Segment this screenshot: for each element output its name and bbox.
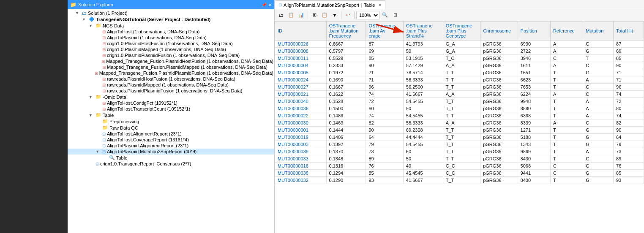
- table-row[interactable]: MUT000000030.13927954.5455T_TpGRG361343T…: [275, 141, 644, 148]
- table-row[interactable]: MUT000000330.13488950T_TpGRG368430TG89: [275, 155, 644, 163]
- cell-data: 96: [366, 84, 403, 91]
- folder-icon: 📁: [96, 94, 101, 100]
- data-icon: ⊞: [102, 77, 106, 81]
- cell-data: 87: [614, 41, 644, 48]
- tree-coverage-report[interactable]: ⊟ AlignToHost.CoverageReport (13161*4): [68, 137, 274, 143]
- tree-mapped-host[interactable]: ⊞ Mapped_Transgene_Fusion.PlasmidHostFus…: [68, 58, 274, 64]
- table-row[interactable]: MUT000000400.15287254.5455T_TpGRG369948T…: [275, 98, 644, 105]
- cell-data: 71: [366, 69, 403, 76]
- col-chr[interactable]: Chromosome: [480, 22, 518, 41]
- tree-transgene-consensus[interactable]: ⊟ crign1.0.TransgeneReport_Consensus (2*…: [68, 161, 274, 167]
- toolbar-btn-9[interactable]: ⊡: [390, 11, 400, 20]
- tree-preprocessing[interactable]: 📁 Preprocessing: [68, 118, 274, 125]
- cell-data: 0.1622: [326, 91, 366, 98]
- col-mut[interactable]: Mutation: [583, 22, 614, 41]
- tree-aligntohost[interactable]: ⊞ AlignToHost (1 observations, DNA-Seq D…: [68, 29, 274, 35]
- tree-raw-mapped[interactable]: ⊞ rawreads.PlasmidMapped (1 observations…: [68, 82, 274, 88]
- table-row[interactable]: MUT000000300.14638258.3333A_ApGRG368339A…: [275, 119, 644, 127]
- table-row[interactable]: MUT000000220.14867454.5455T_TpGRG366368T…: [275, 112, 644, 119]
- zoom-select[interactable]: 100% 75% 150%: [356, 11, 379, 19]
- col-geno[interactable]: OSTrangene.bam PlusGenotype: [443, 22, 480, 41]
- cell-data: T_T: [443, 141, 480, 148]
- table-row[interactable]: MUT000000190.14066444.4444T_TpGRG365188T…: [275, 134, 644, 141]
- col-ref[interactable]: Reference: [550, 22, 583, 41]
- tree-solution[interactable]: ▼ 🗂 Solution (1 Project): [68, 10, 274, 16]
- tree-crign-hostsion[interactable]: ⊞ crign1.0.PlasmidHostFusion (1 observat…: [68, 41, 274, 46]
- col-avg[interactable]: OSTrangene.bam Average: [366, 22, 403, 41]
- col-id[interactable]: ID: [275, 22, 327, 41]
- cell-data: 56.2500: [403, 84, 443, 91]
- tree-ngs-folder[interactable]: ▼ 📁 NGS Data: [68, 22, 274, 29]
- table-row[interactable]: MUT000000110.55298553.1915T_CpGRG363946C…: [275, 55, 644, 62]
- tab-separator: |: [361, 3, 362, 8]
- cell-data: 6623: [518, 76, 550, 84]
- tree-aligntoplasmid[interactable]: ⊞ AlignToPlasmid (1 observations, DNA-Se…: [68, 35, 274, 41]
- col-hit[interactable]: Total Hit: [614, 22, 644, 41]
- table-row[interactable]: MUT000000360.15008050T_TpGRG368880TA80: [275, 105, 644, 112]
- tab-mutation2snp[interactable]: ⊟ AlignToPlasmid.Mutation2SnpReport | Ta…: [275, 0, 385, 9]
- tree-transcriptcount[interactable]: ⊞ AlignToHost.TranscriptCount (109152*1): [68, 106, 274, 112]
- cell-data: 2722: [518, 48, 550, 55]
- cell-data: T: [550, 76, 583, 84]
- toolbar-btn-1[interactable]: 🗂: [276, 11, 286, 20]
- table-row[interactable]: MUT000000160.13167640C_CpGRG365068CG76: [275, 163, 644, 170]
- cell-data: 0.1972: [326, 69, 366, 76]
- table-row[interactable]: MUT000000320.12909341.6667T_TpGRG368400T…: [275, 177, 644, 184]
- toolbar-btn-2[interactable]: 📋: [287, 11, 296, 20]
- tree-plasmid-alignment[interactable]: ⊟ AlignToPlasmid.AlignmentReport (23*1): [68, 143, 274, 149]
- toolbar-btn-8[interactable]: 🔍: [380, 11, 390, 20]
- table-row[interactable]: MUT000000390.13707360T_TpGRG369869TA73: [275, 148, 644, 155]
- tree-contigpct[interactable]: ⊞ AlignToHost.ContigPct (109152*1): [68, 100, 274, 106]
- col-freq[interactable]: OSTrangene.bam MutationFrequency: [326, 22, 366, 41]
- cell-data: G: [583, 155, 614, 163]
- tab-close-btn[interactable]: ✕: [378, 3, 382, 7]
- cell-data: A: [550, 119, 583, 127]
- cell-data: pGRG36: [480, 41, 518, 48]
- tree-alignment-report[interactable]: ⊟ AlignToHost.AlignmentReport (23*1): [68, 131, 274, 137]
- pin-icon[interactable]: 📌: [262, 3, 267, 7]
- toolbar-btn-3[interactable]: 📊: [297, 11, 306, 20]
- toolbar-btn-7[interactable]: ↩: [343, 11, 352, 20]
- table-row[interactable]: MUT000000040.23339057.1429A_ApGRG361611A…: [275, 62, 644, 69]
- tree-raw-fusion[interactable]: ⊞ rawreads.PlasmidPlasmidFusion (1 obser…: [68, 88, 274, 94]
- col-pos[interactable]: Position: [518, 22, 550, 41]
- col-strand[interactable]: OSTrangene.bam PlusStrand%: [403, 22, 443, 41]
- table-row[interactable]: MUT000000380.12948545.4545C_CpGRG369441C…: [275, 170, 644, 177]
- cell-data: A: [583, 112, 614, 119]
- table-row[interactable]: MUT000000010.14449069.2308T_TpGRG361271T…: [275, 127, 644, 134]
- table-row[interactable]: MUT000000240.16907158.3333T_TpGRG366623T…: [275, 76, 644, 84]
- tree-crign-mapped[interactable]: ⊞ crign1.0.PlasmidMapped (1 observations…: [68, 46, 274, 52]
- table-container[interactable]: ID OSTrangene.bam MutationFrequency OSTr…: [275, 21, 644, 233]
- tree-mutation2snp-table[interactable]: 🔍 Table: [68, 154, 274, 161]
- tree-project[interactable]: ▼ 🔷 TransgeneNGSTutorial (Server Project…: [68, 16, 274, 22]
- cell-data: A: [583, 98, 614, 105]
- tree-mapped-plasmid[interactable]: ⊞ Mapped_Transgene_Fusion.PlasmidMapped …: [68, 64, 274, 70]
- tree-mapped-plasmidfusion[interactable]: ⊞ Mapped_Transgene_Fusion.PlasmidPlasmid…: [68, 70, 274, 76]
- cell-data: 89: [366, 155, 403, 163]
- cell-data: 74: [614, 91, 644, 98]
- tree-raw-host[interactable]: ⊞ rawreads.PlasmidHostFusion (1 observat…: [68, 76, 274, 82]
- cell-data: T: [550, 84, 583, 91]
- toolbar-btn-5[interactable]: 📋: [320, 11, 329, 20]
- tree-mutation2snp-selected[interactable]: ▼ ⊟ AlignToPlasmid.Mutation2SnpReport (4…: [68, 149, 274, 154]
- table-row[interactable]: MUT000000050.19727178.5714T_TpGRG361651T…: [275, 69, 644, 76]
- cell-id: MUT00000005: [275, 69, 327, 76]
- table-row[interactable]: MUT000000210.16227441.6667A_ApGRG366224A…: [275, 91, 644, 98]
- table-row[interactable]: MUT000000080.57976950G_ApGRG362722AG69: [275, 48, 644, 55]
- tree-crign-fusion[interactable]: ⊞ crign1.0.PlasmidPlasmidFusion (1 obser…: [68, 52, 274, 58]
- cell-data: T: [550, 98, 583, 105]
- cell-id: MUT00000032: [275, 177, 327, 184]
- cell-data: 6930: [518, 41, 550, 48]
- toolbar-btn-6[interactable]: ▼: [330, 11, 339, 20]
- table-row[interactable]: MUT000000260.66678741.3793G_ApGRG366930A…: [275, 41, 644, 48]
- table-row[interactable]: MUT000000270.16679656.2500T_TpGRG367653T…: [275, 84, 644, 91]
- data-icon: ⊞: [102, 107, 106, 111]
- cell-data: 0.6667: [326, 41, 366, 48]
- toolbar-btn-4[interactable]: ⊞: [310, 11, 319, 20]
- tree-omic-folder[interactable]: ▼ 📁 -Omic Data: [68, 94, 274, 100]
- cell-data: 54.5455: [403, 141, 443, 148]
- tree-rawdataqc[interactable]: 📁 Raw Data QC: [68, 125, 274, 131]
- close-icon[interactable]: ✕: [268, 3, 272, 7]
- cell-data: pGRG36: [480, 62, 518, 69]
- tree-table-folder[interactable]: ▼ 📁 Table: [68, 112, 274, 118]
